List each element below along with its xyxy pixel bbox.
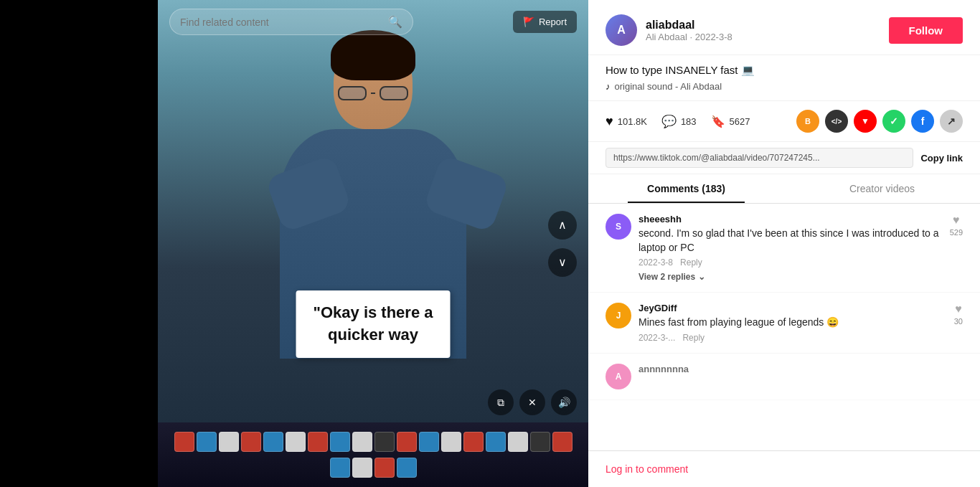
bottom-controls: ⧉ ✕ 🔊 <box>488 389 577 415</box>
comment-avatar: S <box>606 214 631 240</box>
comment-avatar: A <box>606 364 631 389</box>
follow-button[interactable]: Follow <box>889 17 963 44</box>
key <box>174 432 194 452</box>
nav-arrows: ∧ ∨ <box>548 211 577 277</box>
key <box>352 432 372 452</box>
copy-link-button[interactable]: Copy link <box>920 153 963 164</box>
comment-username[interactable]: annnnnnna <box>639 364 963 374</box>
more-share-button[interactable]: ↗ <box>940 110 963 133</box>
comment-username[interactable]: sheeeshh <box>639 214 943 224</box>
flag-icon: 🚩 <box>523 16 534 27</box>
key <box>219 432 239 452</box>
bitcoin-share-button[interactable]: B <box>796 110 819 133</box>
comment-avatar: J <box>606 303 631 328</box>
video-title: How to type INSANELY fast 💻 <box>606 64 963 77</box>
key <box>197 432 217 452</box>
avatar: A <box>606 14 637 46</box>
url-bar: https://www.tiktok.com/@aliabdaal/video/… <box>588 142 980 174</box>
search-input[interactable] <box>180 16 388 28</box>
bookmark-count: 5627 <box>730 116 750 127</box>
nav-down-button[interactable]: ∨ <box>548 248 577 277</box>
profile-section: A aliabdaal Ali Abdaal · 2022-3-8 Follow <box>588 0 980 55</box>
comment-item: A annnnnnna <box>588 354 980 400</box>
video-caption: "Okay is there a quicker way <box>296 290 451 358</box>
comment-body: JeyGDiff Mines fast from playing league … <box>639 303 947 343</box>
filter-control-button[interactable]: ✕ <box>519 389 545 415</box>
key <box>330 432 350 452</box>
embed-share-button[interactable]: </> <box>825 110 848 133</box>
right-panel: A aliabdaal Ali Abdaal · 2022-3-8 Follow… <box>588 0 980 487</box>
key <box>308 432 328 452</box>
key <box>508 432 528 452</box>
whatsapp-share-button[interactable]: ✓ <box>882 110 905 133</box>
key <box>397 458 417 478</box>
bookmark-action[interactable]: 🔖 5627 <box>711 115 750 128</box>
left-overlay <box>0 0 158 487</box>
key <box>441 432 461 452</box>
heart-icon: ♥ <box>606 114 613 129</box>
share-icons: B </> ▼ ✓ f ↗ <box>796 110 963 133</box>
comments-section: S sheeeshh second. I'm so glad that I've… <box>588 204 980 450</box>
keyboard-area <box>158 422 588 487</box>
facebook-share-button[interactable]: f <box>911 110 934 133</box>
copy-control-button[interactable]: ⧉ <box>488 389 514 415</box>
key <box>463 432 484 452</box>
comment-action[interactable]: 💬 183 <box>661 114 697 129</box>
comment-icon: 💬 <box>661 114 677 129</box>
comment-meta: 2022-3-... Reply <box>639 333 947 343</box>
action-row: ♥ 101.8K 💬 183 🔖 5627 B </> ▼ ✓ f ↗ <box>588 101 980 142</box>
key <box>419 432 439 452</box>
key <box>330 458 350 478</box>
tab-creator-videos[interactable]: Creator videos <box>784 174 980 203</box>
comment-item: S sheeeshh second. I'm so glad that I've… <box>588 204 980 293</box>
profile-username[interactable]: aliabdaal <box>646 19 880 32</box>
key <box>241 432 261 452</box>
login-bar: Log in to comment <box>588 450 980 487</box>
view-replies-button[interactable]: View 2 replies ⌄ <box>639 272 943 282</box>
report-button[interactable]: 🚩 Report <box>513 11 577 33</box>
music-note-icon: ♪ <box>606 81 611 92</box>
comment-reply-button[interactable]: Reply <box>680 257 702 268</box>
key <box>374 432 395 452</box>
like-count: 101.8K <box>618 116 647 127</box>
key <box>263 432 283 452</box>
tab-comments[interactable]: Comments (183) <box>588 174 784 203</box>
repost-share-button[interactable]: ▼ <box>854 110 877 133</box>
key <box>486 432 506 452</box>
profile-date: Ali Abdaal · 2022-3-8 <box>646 32 880 42</box>
profile-info: aliabdaal Ali Abdaal · 2022-3-8 <box>646 19 880 42</box>
tabs-row: Comments (183) Creator videos <box>588 174 980 204</box>
comment-text: second. I'm so glad that I've been at th… <box>639 227 943 255</box>
comment-like-count: 529 <box>950 228 963 237</box>
login-to-comment-button[interactable]: Log in to comment <box>606 463 688 475</box>
comment-like: ♥ 30 <box>954 303 963 343</box>
comment-item: J JeyGDiff Mines fast from playing leagu… <box>588 293 980 354</box>
search-bar[interactable]: 🔍 <box>169 9 413 35</box>
comment-like-count: 30 <box>954 317 963 326</box>
top-bar: 🔍 🚩 Report <box>158 0 588 44</box>
report-label: Report <box>539 16 567 27</box>
bookmark-icon: 🔖 <box>711 115 725 128</box>
music-info: ♪ original sound - Ali Abdaal <box>606 81 963 92</box>
like-action[interactable]: ♥ 101.8K <box>606 114 647 129</box>
nav-up-button[interactable]: ∧ <box>548 211 577 240</box>
key <box>530 432 550 452</box>
key <box>352 458 372 478</box>
comment-body: annnnnnna <box>639 364 963 389</box>
key <box>286 432 306 452</box>
comment-count: 183 <box>681 116 697 127</box>
search-icon-button[interactable]: 🔍 <box>388 15 402 29</box>
music-label: original sound - Ali Abdaal <box>615 81 722 92</box>
comment-body: sheeeshh second. I'm so glad that I've b… <box>639 214 943 282</box>
key <box>552 432 573 452</box>
comment-reply-button[interactable]: Reply <box>682 333 705 343</box>
mute-control-button[interactable]: 🔊 <box>551 389 577 415</box>
comment-text: Mines fast from playing league of legend… <box>639 316 947 330</box>
url-display: https://www.tiktok.com/@aliabdaal/video/… <box>606 148 913 168</box>
comment-heart-icon[interactable]: ♥ <box>953 214 960 227</box>
comment-username[interactable]: JeyGDiff <box>639 303 947 313</box>
video-container: 🔍 🚩 Report "Okay is there a quicker way … <box>158 0 588 487</box>
video-info: How to type INSANELY fast 💻 ♪ original s… <box>588 55 980 101</box>
comment-heart-icon[interactable]: ♥ <box>955 303 962 316</box>
key <box>374 458 395 478</box>
